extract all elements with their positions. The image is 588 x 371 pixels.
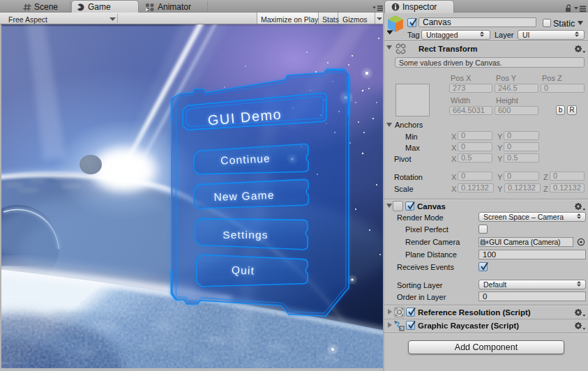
- svg-text:Quit: Quit: [232, 264, 255, 276]
- svg-text:Settings: Settings: [223, 229, 269, 241]
- svg-text:New Game: New Game: [213, 189, 275, 203]
